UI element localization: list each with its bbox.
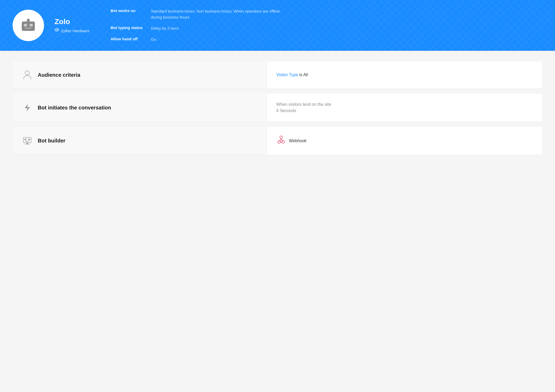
svg-rect-3 xyxy=(25,27,32,29)
svg-point-14 xyxy=(280,136,282,139)
bot-builder-icon xyxy=(22,136,32,146)
meta-row-typing: Bot typing status Delay by 2 secs xyxy=(111,25,282,31)
bot-initiates-right: When visitors land on the site 6 Seconds xyxy=(267,94,542,122)
meta-label-handoff: Allow hand off xyxy=(111,37,145,43)
bot-meta: Bot works on Standard business hours, No… xyxy=(111,8,282,42)
bot-initiates-title: Bot initiates the conversation xyxy=(38,105,111,111)
audience-criteria-left: Audience criteria xyxy=(13,61,267,89)
svg-rect-11 xyxy=(25,144,30,145)
svg-rect-2 xyxy=(30,24,33,26)
meta-row-handoff: Allow hand off On xyxy=(111,37,282,43)
meta-row-works-on: Bot works on Standard business hours, No… xyxy=(111,8,282,20)
webhook-row: Webhook xyxy=(276,135,533,146)
trigger-line1: When visitors land on the site xyxy=(276,102,533,107)
bot-avatar xyxy=(13,10,44,41)
main-content: Audience criteria Visitor Type is All Bo… xyxy=(0,51,555,170)
bot-builder-left: Bot builder xyxy=(13,127,267,155)
bot-builder-title: Bot builder xyxy=(38,138,66,144)
meta-label-typing: Bot typing status xyxy=(111,25,145,31)
bot-identity: Zolo Zylker Hardware xyxy=(55,18,90,33)
bot-initiates-left: Bot initiates the conversation xyxy=(13,94,267,122)
svg-point-5 xyxy=(25,71,29,75)
meta-value-handoff: On xyxy=(151,37,156,43)
bot-builder-right: Webhook xyxy=(267,127,542,155)
bolt-icon xyxy=(22,102,32,113)
audience-criteria-right: Visitor Type is All xyxy=(267,61,542,89)
bot-name: Zolo xyxy=(55,18,90,26)
svg-rect-4 xyxy=(27,19,30,22)
trigger-line2: 6 Seconds xyxy=(276,108,533,113)
meta-value-typing: Delay by 2 secs xyxy=(151,25,179,31)
header-section: Zolo Zylker Hardware Bot works on Standa… xyxy=(0,0,555,51)
svg-rect-7 xyxy=(24,139,26,140)
bot-builder-card: Bot builder Webhook xyxy=(13,127,542,155)
svg-rect-0 xyxy=(22,21,35,31)
meta-value-works-on: Standard business hours, Non business ho… xyxy=(151,8,282,20)
bot-org: Zylker Hardware xyxy=(55,28,90,33)
meta-label-works-on: Bot works on xyxy=(111,8,145,20)
svg-rect-8 xyxy=(28,139,30,140)
bot-initiates-card: Bot initiates the conversation When visi… xyxy=(13,94,542,122)
audience-criteria-card: Audience criteria Visitor Type is All xyxy=(13,61,542,89)
webhook-icon xyxy=(276,135,286,146)
audience-criteria-title: Audience criteria xyxy=(38,72,80,78)
person-icon xyxy=(22,70,32,80)
visitor-type-row: Visitor Type is All xyxy=(276,73,533,77)
svg-rect-1 xyxy=(24,24,27,26)
visitor-type-label: Visitor Type xyxy=(276,73,298,77)
webhook-label: Webhook xyxy=(289,139,307,143)
svg-rect-9 xyxy=(26,141,29,142)
org-name: Zylker Hardware xyxy=(61,29,90,33)
visitor-type-value: is All xyxy=(298,73,308,77)
org-icon xyxy=(55,28,59,33)
